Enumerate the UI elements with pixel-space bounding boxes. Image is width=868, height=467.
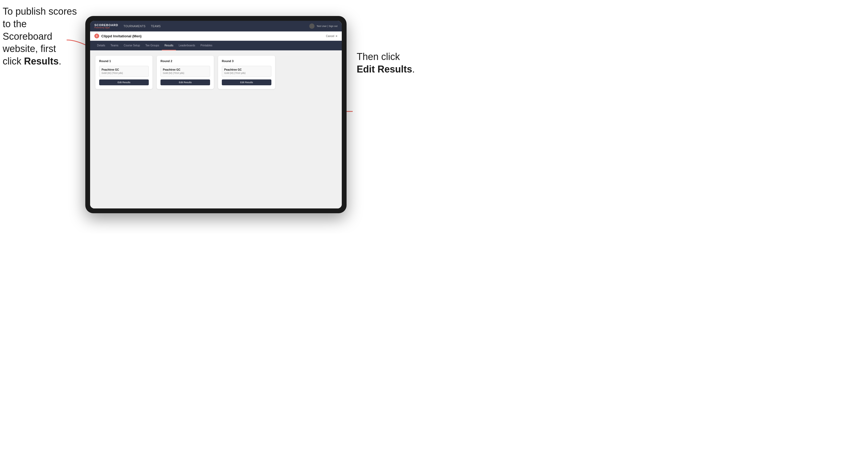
round-card-1: Round 1 Peachtree GC Gold (M) (7010 yds)… bbox=[95, 56, 153, 89]
edit-results-button-2[interactable]: Edit Results bbox=[160, 80, 210, 85]
tournament-name: Clippd Invitational (Men) bbox=[101, 34, 142, 38]
tournament-header: C Clippd Invitational (Men) Cancel ✕ bbox=[90, 31, 342, 41]
instruction-end: . bbox=[59, 56, 61, 67]
course-details-1: Gold (M) (7010 yds) bbox=[101, 72, 146, 74]
user-avatar bbox=[309, 24, 315, 29]
course-name-3: Peachtree GC bbox=[224, 68, 269, 71]
instruction-left: To publish scores to the Scoreboard webs… bbox=[3, 5, 77, 68]
instruction-right: Then click Edit Results. bbox=[357, 51, 426, 76]
round-card-2: Round 2 Peachtree GC Gold (M) (7010 yds)… bbox=[157, 56, 214, 89]
tab-teams[interactable]: Teams bbox=[108, 41, 121, 51]
round-3-title: Round 3 bbox=[222, 59, 271, 63]
tablet-frame: SCOREBOARD Powered by clippd TOURNAMENTS… bbox=[85, 16, 347, 213]
logo-sub: Powered by clippd bbox=[94, 27, 118, 29]
tab-nav: Details Teams Course Setup Tee Groups Re… bbox=[90, 41, 342, 51]
cancel-label: Cancel bbox=[326, 35, 334, 38]
nav-links: TOURNAMENTS TEAMS bbox=[123, 24, 309, 29]
course-name-1: Peachtree GC bbox=[101, 68, 146, 71]
tab-course-setup[interactable]: Course Setup bbox=[121, 41, 143, 51]
course-card-1: Peachtree GC Gold (M) (7010 yds) bbox=[99, 66, 149, 77]
instruction-right-end: . bbox=[412, 64, 415, 75]
tab-results[interactable]: Results bbox=[162, 41, 176, 51]
course-details-2: Gold (M) (7010 yds) bbox=[163, 72, 208, 74]
main-content: Round 1 Peachtree GC Gold (M) (7010 yds)… bbox=[90, 51, 342, 209]
instruction-line1: To publish scores bbox=[3, 6, 77, 17]
tab-printables[interactable]: Printables bbox=[198, 41, 215, 51]
tournament-title-row: C Clippd Invitational (Men) bbox=[94, 34, 142, 38]
user-info: Test User | Sign out bbox=[317, 25, 338, 27]
round-card-3: Round 3 Peachtree GC Gold (M) (7010 yds)… bbox=[218, 56, 275, 89]
logo-area: SCOREBOARD Powered by clippd bbox=[94, 24, 118, 29]
nav-link-teams[interactable]: TEAMS bbox=[151, 24, 161, 29]
tab-tee-groups[interactable]: Tee Groups bbox=[143, 41, 162, 51]
round-1-title: Round 1 bbox=[99, 59, 149, 63]
round-2-title: Round 2 bbox=[160, 59, 210, 63]
course-name-2: Peachtree GC bbox=[163, 68, 208, 71]
tablet-screen: SCOREBOARD Powered by clippd TOURNAMENTS… bbox=[90, 21, 342, 209]
course-card-2: Peachtree GC Gold (M) (7010 yds) bbox=[160, 66, 210, 77]
empty-column bbox=[279, 56, 336, 89]
course-details-3: Gold (M) (7010 yds) bbox=[224, 72, 269, 74]
logo-text: SCOREBOARD bbox=[94, 24, 118, 27]
course-card-3: Peachtree GC Gold (M) (7010 yds) bbox=[222, 66, 271, 77]
signout-link[interactable]: Sign out bbox=[329, 25, 338, 27]
instruction-line3: website, first bbox=[3, 43, 56, 54]
cancel-button[interactable]: Cancel ✕ bbox=[326, 35, 338, 38]
c-icon: C bbox=[94, 34, 99, 38]
nav-right: Test User | Sign out bbox=[309, 24, 338, 29]
nav-link-tournaments[interactable]: TOURNAMENTS bbox=[123, 24, 146, 29]
tab-leaderboards[interactable]: Leaderboards bbox=[176, 41, 198, 51]
top-nav: SCOREBOARD Powered by clippd TOURNAMENTS… bbox=[90, 21, 342, 31]
edit-results-button-1[interactable]: Edit Results bbox=[99, 80, 149, 85]
instruction-right-bold: Edit Results bbox=[357, 64, 412, 75]
instruction-right-line1: Then click bbox=[357, 51, 400, 62]
user-name: Test User | bbox=[317, 25, 328, 27]
instruction-bold: Results bbox=[24, 56, 59, 67]
tab-details[interactable]: Details bbox=[94, 41, 108, 51]
instruction-line4: click bbox=[3, 56, 24, 67]
rounds-grid: Round 1 Peachtree GC Gold (M) (7010 yds)… bbox=[95, 56, 336, 89]
close-icon: ✕ bbox=[335, 35, 338, 38]
instruction-line2: to the Scoreboard bbox=[3, 19, 52, 42]
edit-results-button-3[interactable]: Edit Results bbox=[222, 80, 271, 85]
